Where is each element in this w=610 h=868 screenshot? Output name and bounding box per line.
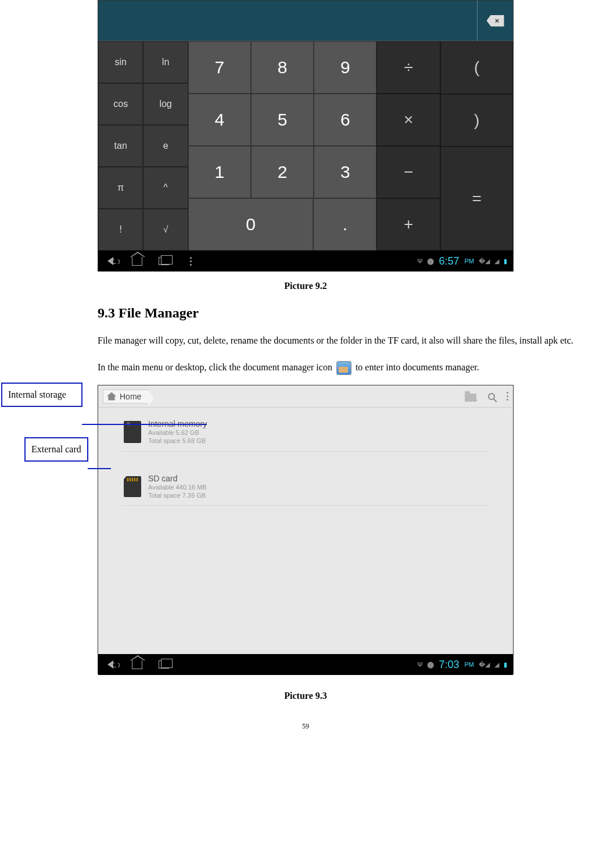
fm-body: Internal memory Available 5.62 GB Total … <box>98 408 513 654</box>
calc-display: × <box>98 1 513 41</box>
key-fact[interactable]: ! <box>98 209 143 251</box>
annotation-internal-storage: Internal storage <box>1 383 82 407</box>
signal-icon: ◢ <box>494 661 499 669</box>
internal-memory-item[interactable]: Internal memory Available 5.62 GB Total … <box>121 413 490 452</box>
key-lparen[interactable]: ( <box>440 41 513 94</box>
sd-available: Available 440.16 MB <box>148 483 207 491</box>
usb-icon: Ψ <box>417 661 422 668</box>
section-heading: 9.3 File Manager <box>98 305 609 321</box>
key-2[interactable]: 2 <box>251 146 314 198</box>
key-equals[interactable]: = <box>440 147 513 251</box>
annotation-line-external <box>88 468 111 469</box>
key-7[interactable]: 7 <box>188 41 251 94</box>
internal-available: Available 5.62 GB <box>148 428 207 437</box>
key-4[interactable]: 4 <box>188 94 251 146</box>
signal-icon: ◢ <box>494 258 499 265</box>
menu-dots-icon[interactable] <box>184 255 197 267</box>
key-cos[interactable]: cos <box>98 83 143 125</box>
clock-time: 7:03 <box>439 659 459 671</box>
clock-time: 6:57 <box>439 255 459 267</box>
caption-picture-9-3: Picture 9.3 <box>98 691 514 701</box>
debug-icon: ⬤ <box>427 258 434 265</box>
key-minus[interactable]: − <box>376 146 440 198</box>
backspace-button[interactable]: × <box>477 1 513 41</box>
fm-toolbar: Home <box>98 385 513 408</box>
android-navbar: Ψ ⬤ 6:57 PM �◢ ◢ ▮ <box>98 251 513 272</box>
back-icon[interactable] <box>104 658 117 671</box>
clock-pm: PM <box>465 661 475 668</box>
key-log[interactable]: log <box>143 83 188 125</box>
key-6[interactable]: 6 <box>314 94 376 146</box>
key-multiply[interactable]: × <box>376 94 440 146</box>
key-rparen[interactable]: ) <box>440 94 513 147</box>
home-icon[interactable] <box>131 658 143 671</box>
recents-icon[interactable] <box>157 255 170 267</box>
key-8[interactable]: 8 <box>251 41 314 94</box>
home-icon <box>107 392 116 401</box>
move-icon[interactable] <box>465 392 476 401</box>
battery-icon: ▮ <box>504 661 507 669</box>
battery-icon: ▮ <box>504 258 507 265</box>
key-9[interactable]: 9 <box>314 41 376 94</box>
sd-card-icon <box>124 476 141 497</box>
annotation-line-internal <box>82 424 207 425</box>
paragraph-2a: In the main menu or desktop, click the d… <box>98 362 335 372</box>
paragraph-1: File manager will copy, cut, delete, ren… <box>98 331 609 350</box>
sd-card-item[interactable]: SD card Available 440.16 MB Total space … <box>121 468 490 506</box>
caption-picture-9-2: Picture 9.2 <box>98 281 514 291</box>
key-5[interactable]: 5 <box>251 94 314 146</box>
debug-icon: ⬤ <box>427 661 434 669</box>
paragraph-2: In the main menu or desktop, click the d… <box>98 358 609 377</box>
file-manager-screenshot: Home Internal memory Available 5.62 GB T… <box>98 385 514 674</box>
key-tan[interactable]: tan <box>98 125 143 167</box>
paragraph-2b: to enter into documents manager. <box>353 362 479 372</box>
key-sin[interactable]: sin <box>98 41 143 83</box>
wifi-icon: �◢ <box>479 661 490 669</box>
back-icon[interactable] <box>104 255 117 267</box>
wifi-icon: �◢ <box>479 258 490 265</box>
key-pi[interactable]: π <box>98 167 143 209</box>
key-sqrt[interactable]: √ <box>143 209 188 251</box>
key-plus[interactable]: + <box>376 198 440 251</box>
home-icon[interactable] <box>131 255 143 267</box>
clock-pm: PM <box>465 258 475 265</box>
key-dot[interactable]: . <box>313 198 376 251</box>
search-icon[interactable] <box>488 393 495 400</box>
key-0[interactable]: 0 <box>188 198 314 251</box>
numeric-keys-column: 789 456 123 0. <box>188 41 377 251</box>
recents-icon[interactable] <box>157 658 170 671</box>
paren-keys-column: ( ) = <box>440 41 513 251</box>
internal-total: Total space 5.68 GB <box>148 437 207 445</box>
operator-keys-column: ÷ × − + <box>376 41 440 251</box>
key-pow[interactable]: ^ <box>143 167 188 209</box>
key-3[interactable]: 3 <box>314 146 376 198</box>
breadcrumb-home[interactable]: Home <box>103 390 149 403</box>
calculator-screenshot: × sinln coslog tane π^ !√ 789 456 123 0.… <box>98 0 514 272</box>
key-divide[interactable]: ÷ <box>376 41 440 94</box>
sd-title: SD card <box>148 474 207 483</box>
key-1[interactable]: 1 <box>188 146 251 198</box>
overflow-menu-icon[interactable] <box>507 392 508 401</box>
breadcrumb-label: Home <box>120 392 141 401</box>
annotation-external-card: External card <box>24 437 88 462</box>
sd-total: Total space 7.39 GB <box>148 491 207 499</box>
usb-icon: Ψ <box>417 258 422 265</box>
page-number: 59 <box>98 722 514 731</box>
backspace-icon: × <box>487 15 504 27</box>
document-manager-icon <box>336 361 351 375</box>
android-navbar-2: Ψ ⬤ 7:03 PM �◢ ◢ ▮ <box>98 654 513 675</box>
function-keys-column: sinln coslog tane π^ !√ <box>98 41 188 251</box>
key-ln[interactable]: ln <box>143 41 188 83</box>
key-e[interactable]: e <box>143 125 188 167</box>
